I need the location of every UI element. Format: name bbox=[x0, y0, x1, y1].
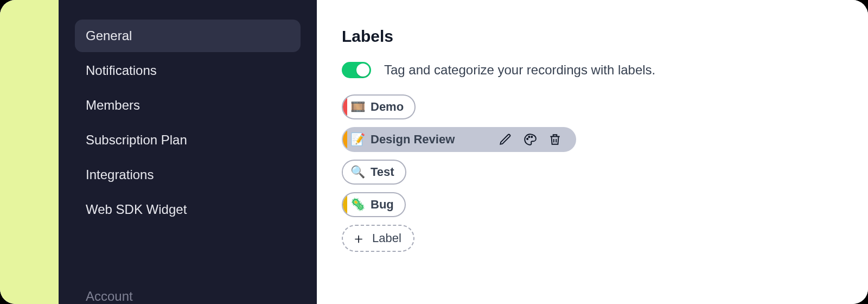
label-color-stripe bbox=[342, 160, 347, 185]
sidebar-item-notifications[interactable]: Notifications bbox=[75, 54, 301, 87]
sidebar-item-label: Web SDK Widget bbox=[86, 202, 187, 217]
label-name: Test bbox=[371, 165, 394, 179]
label-pill-bug[interactable]: 🦠 Bug bbox=[342, 192, 406, 217]
edit-label-button[interactable] bbox=[498, 132, 512, 147]
label-name: Demo bbox=[371, 100, 404, 114]
main-content: Labels Tag and categorize your recording… bbox=[317, 0, 868, 304]
page-title: Labels bbox=[342, 27, 843, 46]
add-label-text: Label bbox=[372, 231, 401, 245]
sidebar-item-integrations[interactable]: Integrations bbox=[75, 159, 301, 191]
plus-icon: ＋ bbox=[352, 231, 366, 245]
svg-point-1 bbox=[529, 136, 530, 137]
sidebar-item-subscription[interactable]: Subscription Plan bbox=[75, 124, 301, 156]
sidebar-item-websdk[interactable]: Web SDK Widget bbox=[75, 193, 301, 226]
app-frame: General Notifications Members Subscripti… bbox=[0, 0, 868, 304]
sidebar-item-label: Integrations bbox=[86, 167, 154, 182]
label-color-stripe bbox=[342, 94, 347, 119]
labels-list: 🎞️ Demo 📝 Design Review bbox=[342, 94, 843, 252]
label-color-stripe bbox=[342, 192, 347, 217]
label-color-stripe bbox=[342, 127, 347, 152]
label-pill-demo[interactable]: 🎞️ Demo bbox=[342, 94, 416, 119]
label-pill-design-review[interactable]: 📝 Design Review bbox=[342, 127, 576, 152]
change-color-button[interactable] bbox=[523, 132, 537, 147]
add-label-button[interactable]: ＋ Label bbox=[342, 225, 414, 252]
labels-toggle-description: Tag and categorize your recordings with … bbox=[384, 62, 655, 78]
accent-bar bbox=[0, 0, 59, 304]
label-name: Design Review bbox=[371, 132, 455, 147]
sidebar: General Notifications Members Subscripti… bbox=[59, 0, 317, 304]
sidebar-item-label: Notifications bbox=[86, 63, 157, 78]
sidebar-item-general[interactable]: General bbox=[75, 20, 301, 52]
sidebar-item-label: Subscription Plan bbox=[86, 132, 187, 147]
sidebar-item-members[interactable]: Members bbox=[75, 89, 301, 122]
svg-point-2 bbox=[531, 136, 532, 137]
label-pill-test[interactable]: 🔍 Test bbox=[342, 160, 406, 185]
sidebar-footer-account[interactable]: Account bbox=[75, 289, 301, 304]
sidebar-footer-label: Account bbox=[86, 289, 133, 303]
trash-icon bbox=[548, 132, 562, 147]
magnifier-icon: 🔍 bbox=[350, 165, 365, 179]
sidebar-item-label: General bbox=[86, 28, 132, 43]
svg-point-0 bbox=[527, 138, 528, 140]
label-name: Bug bbox=[371, 198, 394, 212]
sidebar-item-label: Members bbox=[86, 98, 140, 112]
labels-toggle-row: Tag and categorize your recordings with … bbox=[342, 62, 843, 78]
pencil-icon bbox=[498, 132, 512, 147]
labels-toggle[interactable] bbox=[342, 62, 371, 78]
palette-icon bbox=[523, 132, 537, 147]
delete-label-button[interactable] bbox=[548, 132, 562, 147]
film-icon: 🎞️ bbox=[350, 100, 365, 114]
label-actions bbox=[498, 132, 562, 147]
toggle-knob bbox=[356, 64, 369, 77]
sidebar-items: General Notifications Members Subscripti… bbox=[75, 20, 301, 226]
memo-icon: 📝 bbox=[350, 132, 365, 147]
microbe-icon: 🦠 bbox=[350, 198, 365, 212]
